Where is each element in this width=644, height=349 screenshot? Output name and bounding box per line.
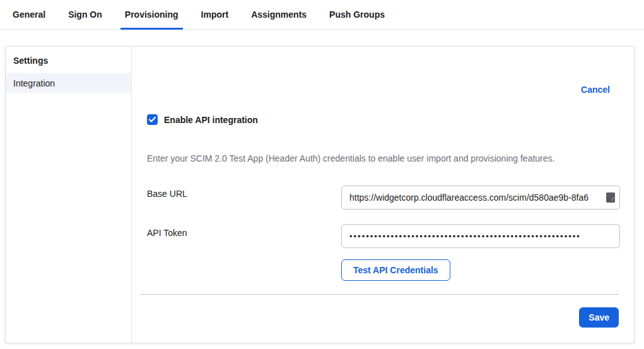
checkmark-icon bbox=[149, 117, 156, 122]
tab-general[interactable]: General bbox=[13, 0, 45, 29]
base-url-label: Base URL bbox=[147, 189, 187, 199]
tab-assignments[interactable]: Assignments bbox=[251, 0, 307, 29]
sidebar-heading: Settings bbox=[6, 47, 131, 73]
tab-push-groups[interactable]: Push Groups bbox=[329, 0, 385, 29]
credentials-description: Enter your SCIM 2.0 Test App (Header Aut… bbox=[147, 153, 619, 163]
settings-sidebar: Settings Integration bbox=[6, 47, 132, 343]
save-button[interactable]: Save bbox=[579, 307, 619, 328]
integration-settings-form: Cancel Enable API integration Enter your… bbox=[132, 47, 634, 343]
sidebar-item-integration[interactable]: Integration bbox=[6, 73, 131, 93]
enable-api-integration-row: Enable API integration bbox=[147, 114, 258, 125]
footer-divider bbox=[140, 294, 619, 295]
enable-api-integration-label: Enable API integration bbox=[164, 115, 258, 125]
base-url-input[interactable] bbox=[341, 186, 620, 210]
tab-provisioning[interactable]: Provisioning bbox=[125, 0, 179, 29]
test-api-credentials-button[interactable]: Test API Credentials bbox=[341, 259, 450, 281]
app-tab-bar: General Sign On Provisioning Import Assi… bbox=[0, 0, 644, 30]
provisioning-panel: Settings Integration Cancel Enable API i… bbox=[5, 46, 635, 343]
api-token-input[interactable] bbox=[341, 224, 620, 248]
enable-api-integration-checkbox[interactable] bbox=[147, 114, 158, 125]
cancel-link[interactable]: Cancel bbox=[581, 85, 610, 95]
tab-import[interactable]: Import bbox=[201, 0, 229, 29]
api-token-label: API Token bbox=[147, 228, 187, 238]
tab-sign-on[interactable]: Sign On bbox=[68, 0, 102, 29]
